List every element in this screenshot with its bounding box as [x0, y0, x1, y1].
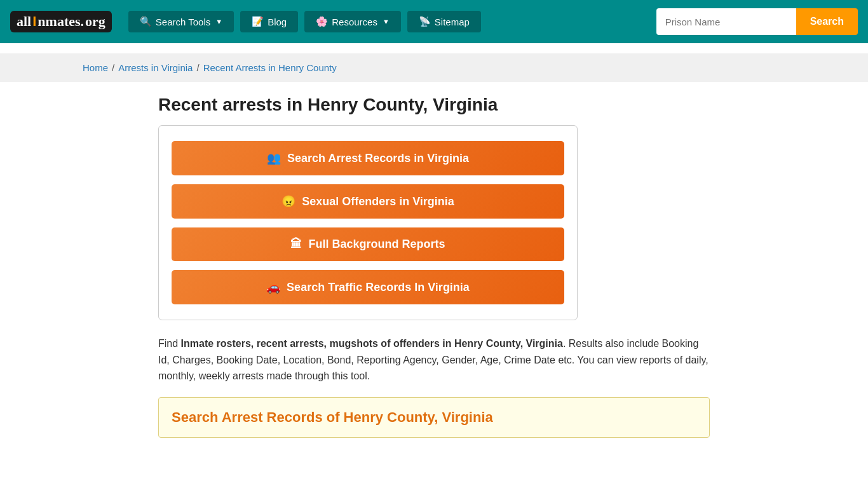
prison-name-input[interactable] — [656, 8, 796, 35]
search-area: Search — [656, 8, 858, 35]
page-title: Recent arrests in Henry County, Virginia — [158, 95, 710, 115]
blog-button[interactable]: 📝 Blog — [240, 11, 298, 32]
navbar-search-label: Search — [810, 16, 844, 27]
sexual-offenders-button[interactable]: 😠 Sexual Offenders in Virginia — [172, 184, 564, 219]
search-records-title: Search Arrest Records of Henry County, V… — [172, 409, 696, 426]
traffic-records-label: Search Traffic Records In Virginia — [287, 281, 470, 294]
breadcrumb-home[interactable]: Home — [83, 62, 108, 73]
description-paragraph: Find Inmate rosters, recent arrests, mug… — [158, 336, 710, 384]
description-part1: Find — [158, 338, 181, 349]
logo-text-all: all — [17, 13, 31, 30]
search-records-box: Search Arrest Records of Henry County, V… — [158, 397, 710, 438]
breadcrumb: Home / Arrests in Virginia / Recent Arre… — [0, 53, 868, 82]
background-reports-label: Full Background Reports — [308, 238, 445, 251]
background-reports-button[interactable]: 🏛 Full Background Reports — [172, 227, 564, 261]
blog-label: Blog — [268, 17, 287, 27]
search-arrest-icon: 👥 — [267, 151, 281, 165]
blog-icon: 📝 — [252, 16, 264, 27]
navbar: allInmates.org 🔍 Search Tools ▼ 📝 Blog 🌸… — [0, 0, 868, 43]
description-bold: Inmate rosters, recent arrests, mugshots… — [181, 338, 563, 349]
logo[interactable]: allInmates.org — [10, 11, 112, 32]
logo-text-org: org — [85, 13, 105, 30]
search-arrest-label: Search Arrest Records in Virginia — [287, 152, 469, 165]
navbar-search-button[interactable]: Search — [796, 8, 858, 35]
breadcrumb-sep-2: / — [196, 62, 199, 73]
logo-text-nmates: nmates. — [37, 13, 84, 30]
resources-icon: 🌸 — [316, 16, 328, 27]
traffic-records-icon: 🚗 — [266, 280, 280, 294]
search-tools-button[interactable]: 🔍 Search Tools ▼ — [128, 11, 234, 32]
resources-button[interactable]: 🌸 Resources ▼ — [304, 11, 401, 32]
breadcrumb-current: Recent Arrests in Henry County — [203, 62, 337, 73]
sitemap-button[interactable]: 📡 Sitemap — [407, 11, 481, 32]
resources-label: Resources — [332, 17, 377, 27]
chevron-down-icon-resources: ▼ — [383, 18, 390, 25]
search-tools-label: Search Tools — [156, 17, 210, 27]
breadcrumb-sep-1: / — [112, 62, 114, 73]
chevron-down-icon: ▼ — [215, 18, 222, 25]
breadcrumb-arrests[interactable]: Arrests in Virginia — [118, 62, 193, 73]
sitemap-icon: 📡 — [419, 16, 431, 27]
action-buttons-box: 👥 Search Arrest Records in Virginia 😠 Se… — [158, 125, 578, 320]
search-arrest-records-button[interactable]: 👥 Search Arrest Records in Virginia — [172, 141, 564, 175]
traffic-records-button[interactable]: 🚗 Search Traffic Records In Virginia — [172, 270, 564, 304]
sexual-offenders-icon: 😠 — [281, 194, 295, 208]
search-tools-icon: 🔍 — [140, 16, 152, 27]
main-content: Recent arrests in Henry County, Virginia… — [148, 82, 720, 463]
background-reports-icon: 🏛 — [290, 238, 302, 251]
logo-text-i: I — [32, 13, 36, 30]
sexual-offenders-label: Sexual Offenders in Virginia — [302, 195, 454, 208]
sitemap-label: Sitemap — [435, 17, 470, 27]
